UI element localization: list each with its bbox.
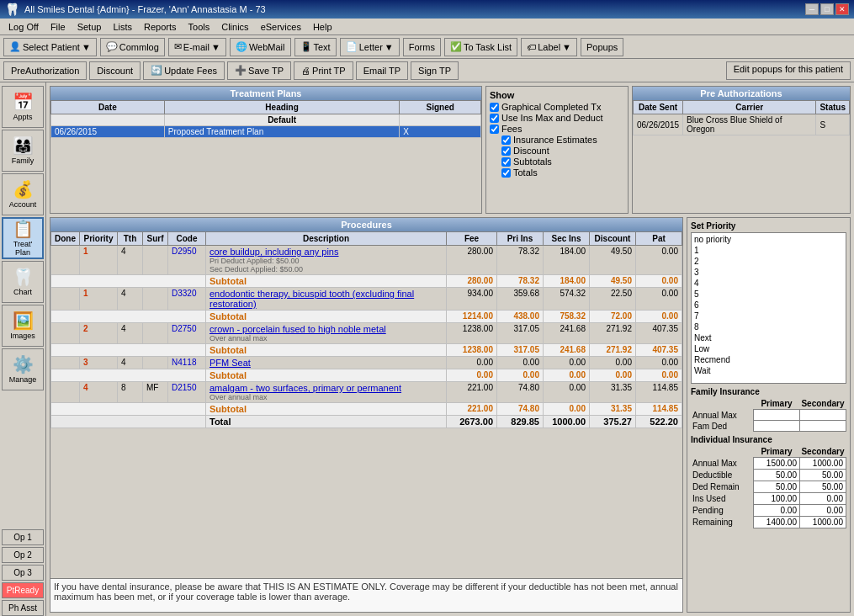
- discount-button[interactable]: Discount: [89, 61, 141, 80]
- list-item[interactable]: no priority: [692, 234, 845, 245]
- ind-remaining-secondary: 1000.00: [800, 517, 846, 528]
- ind-ins-used-label: Ins Used: [691, 493, 754, 505]
- sign-tp-button[interactable]: Sign TP: [411, 61, 459, 80]
- menu-bar: Log Off File Setup Lists Reports Tools C…: [0, 19, 854, 35]
- save-tp-button[interactable]: ➕ Save TP: [227, 61, 291, 80]
- list-item[interactable]: 4: [692, 278, 845, 289]
- proc-discount: 271.92: [590, 323, 636, 344]
- treatment-plans-panel: Treatment Plans Date Heading Signed: [50, 86, 482, 214]
- proc-col-surf: Surf: [143, 232, 168, 246]
- edit-popups-button[interactable]: Edit popups for this patient: [726, 61, 851, 80]
- menu-file[interactable]: File: [45, 21, 71, 33]
- maximize-button[interactable]: □: [820, 3, 834, 15]
- ind-ins-used-row: Ins Used 100.00 0.00: [691, 493, 846, 505]
- graphical-checkbox[interactable]: [490, 103, 499, 112]
- commlog-icon: 💬: [106, 41, 118, 52]
- subtotal-row: Subtotal 280.00 78.32 184.00 49.50 0.00: [51, 275, 682, 288]
- forms-button[interactable]: Forms: [403, 38, 441, 56]
- table-row[interactable]: 3 4 N4118 PFM Seat 0.00 0.00 0.00 0.00 0…: [51, 357, 682, 369]
- discount-show-checkbox[interactable]: [501, 146, 511, 156]
- ind-deductible-row: Deductible 50.00 50.00: [691, 470, 846, 481]
- list-item[interactable]: 2: [692, 256, 845, 267]
- update-fees-button[interactable]: 🔄 Update Fees: [143, 61, 225, 80]
- proc-code: D2950: [168, 246, 206, 275]
- table-row[interactable]: 2 4 D2750 crown - porcelain fused to hig…: [51, 323, 682, 344]
- close-button[interactable]: ✕: [835, 3, 849, 15]
- appts-icon: 📅: [13, 92, 34, 112]
- table-row[interactable]: 1 4 D3320 endodontic therapy, bicuspid t…: [51, 288, 682, 311]
- subtotal-sec-ins: 0.00: [544, 369, 590, 382]
- individual-insurance-section: Individual Insurance Primary Secondary A: [691, 435, 846, 528]
- individual-insurance-title: Individual Insurance: [691, 435, 846, 444]
- minimize-button[interactable]: ─: [805, 3, 819, 15]
- sidebar-item-account[interactable]: 💰 Account: [2, 173, 44, 215]
- dropdown-arrow-icon: ▼: [82, 42, 91, 52]
- op1-button[interactable]: Op 1: [2, 529, 44, 545]
- use-ins-checkbox[interactable]: [490, 114, 499, 123]
- table-row[interactable]: 06/26/2015 Proposed Treatment Plan X: [51, 126, 481, 138]
- to-task-list-button[interactable]: ✅ To Task List: [444, 38, 517, 56]
- fees-checkbox[interactable]: [490, 125, 499, 134]
- text-button[interactable]: 📱 Text: [294, 38, 337, 56]
- list-item[interactable]: Wait: [692, 365, 845, 376]
- ind-deductible-primary: 50.00: [754, 470, 800, 481]
- proc-table-container[interactable]: Done Priority Tth Surf Code Description …: [50, 231, 682, 578]
- op3-button[interactable]: Op 3: [2, 565, 44, 581]
- menu-reports[interactable]: Reports: [139, 21, 182, 33]
- popups-button[interactable]: Popups: [581, 38, 623, 56]
- subtotal-pri-ins: 78.32: [497, 275, 544, 288]
- select-patient-button[interactable]: 👤 Select Patient ▼: [3, 38, 97, 56]
- list-item[interactable]: Low: [692, 343, 845, 354]
- label-button[interactable]: 🏷 Label ▼: [521, 38, 577, 56]
- print-tp-button[interactable]: 🖨 Print TP: [294, 61, 353, 80]
- webmail-button[interactable]: 🌐 WebMail: [230, 38, 291, 56]
- table-row[interactable]: 4 8 MF D2150 amalgam - two surfaces, pri…: [51, 382, 682, 403]
- table-row[interactable]: 06/26/2015 Blue Cross Blue Shield of Ore…: [634, 114, 850, 135]
- menu-tools[interactable]: Tools: [183, 21, 215, 33]
- sidebar-item-chart[interactable]: 🦷 Chart: [2, 261, 44, 303]
- tp-heading: Proposed Treatment Plan: [164, 126, 399, 138]
- list-item[interactable]: 8: [692, 321, 845, 332]
- list-item[interactable]: 6: [692, 300, 845, 311]
- list-item[interactable]: 3: [692, 267, 845, 278]
- menu-lists[interactable]: Lists: [108, 21, 137, 33]
- insurance-estimates-checkbox[interactable]: [501, 135, 511, 145]
- ph-asst-button[interactable]: Ph Asst: [2, 600, 44, 616]
- menu-logoff[interactable]: Log Off: [3, 21, 44, 33]
- menu-setup[interactable]: Setup: [72, 21, 107, 33]
- commlog-button[interactable]: 💬 Commlog: [100, 38, 165, 56]
- sidebar-item-family[interactable]: 👨‍👩‍👧 Family: [2, 130, 44, 172]
- pre-auth-button[interactable]: PreAuthorization: [3, 61, 87, 80]
- menu-clinics[interactable]: Clinics: [216, 21, 253, 33]
- pt-ready-button[interactable]: PtReady: [2, 582, 44, 598]
- sidebar-item-appts[interactable]: 📅 Appts: [2, 86, 44, 128]
- menu-help[interactable]: Help: [308, 21, 337, 33]
- family-insurance-title: Family Insurance: [691, 387, 846, 396]
- proc-priority: 4: [80, 382, 118, 403]
- sidebar-item-manage[interactable]: ⚙️ Manage: [2, 348, 44, 390]
- email-button[interactable]: ✉ E-mail ▼: [168, 38, 226, 56]
- letter-button[interactable]: 📄 Letter ▼: [340, 38, 400, 56]
- graphical-label: Graphical Completed Tx: [501, 102, 601, 112]
- tp-default-label: Default: [164, 114, 399, 126]
- label-dropdown-icon: ▼: [562, 42, 571, 52]
- right-panel: Set Priority no priority12345678NextLowR…: [687, 217, 851, 613]
- totals-row: Totals: [501, 167, 624, 178]
- proc-discount: 22.50: [590, 288, 636, 311]
- list-item[interactable]: Recmend: [692, 354, 845, 365]
- op2-button[interactable]: Op 2: [2, 547, 44, 563]
- title-bar: 🦷 All Smiles Dental {Admin} - Frazer, 'A…: [0, 0, 854, 19]
- sidebar-item-images[interactable]: 🖼️ Images: [2, 305, 44, 347]
- sidebar-item-treat-plan[interactable]: 📋 Treat'Plan: [2, 217, 44, 259]
- table-row[interactable]: Default: [51, 114, 481, 126]
- list-item[interactable]: 1: [692, 245, 845, 256]
- table-row[interactable]: 1 4 D2950 core buildup, including any pi…: [51, 246, 682, 275]
- menu-eservices[interactable]: eServices: [256, 21, 306, 33]
- email-tp-button[interactable]: Email TP: [356, 61, 408, 80]
- list-item[interactable]: 7: [692, 311, 845, 321]
- totals-checkbox[interactable]: [501, 168, 511, 178]
- list-item[interactable]: Next: [692, 332, 845, 343]
- list-item[interactable]: 5: [692, 289, 845, 300]
- subtotals-checkbox[interactable]: [501, 157, 511, 167]
- total-sec-ins: 1000.00: [544, 416, 590, 428]
